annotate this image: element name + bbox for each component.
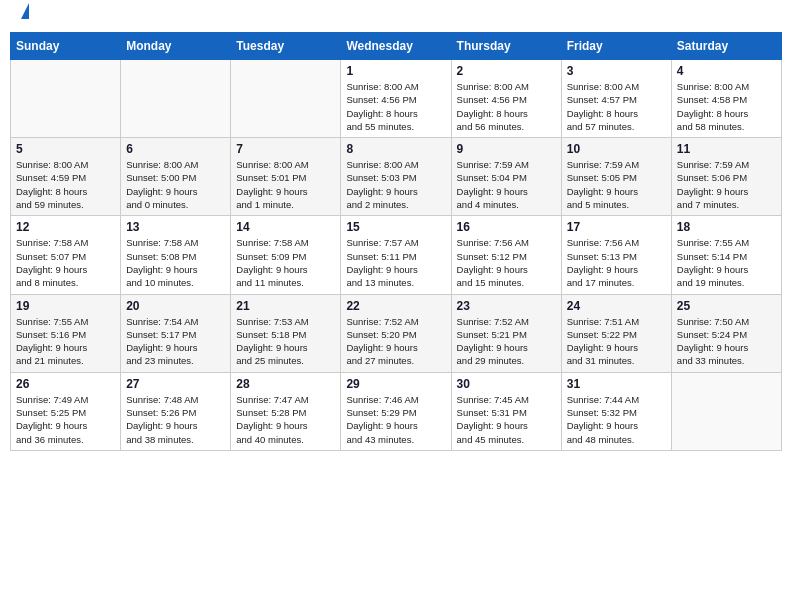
day-number: 2 [457,64,556,78]
day-number: 19 [16,299,115,313]
weekday-header-sunday: Sunday [11,33,121,60]
day-info: Sunrise: 7:47 AMSunset: 5:28 PMDaylight:… [236,393,335,446]
day-number: 16 [457,220,556,234]
weekday-header-saturday: Saturday [671,33,781,60]
calendar-cell: 22Sunrise: 7:52 AMSunset: 5:20 PMDayligh… [341,294,451,372]
week-row-2: 5Sunrise: 8:00 AMSunset: 4:59 PMDaylight… [11,138,782,216]
day-info: Sunrise: 7:58 AMSunset: 5:08 PMDaylight:… [126,236,225,289]
calendar-cell: 5Sunrise: 8:00 AMSunset: 4:59 PMDaylight… [11,138,121,216]
calendar-cell: 9Sunrise: 7:59 AMSunset: 5:04 PMDaylight… [451,138,561,216]
day-info: Sunrise: 7:56 AMSunset: 5:12 PMDaylight:… [457,236,556,289]
weekday-header-row: SundayMondayTuesdayWednesdayThursdayFrid… [11,33,782,60]
calendar-cell [121,60,231,138]
day-number: 31 [567,377,666,391]
day-number: 20 [126,299,225,313]
calendar-cell: 11Sunrise: 7:59 AMSunset: 5:06 PMDayligh… [671,138,781,216]
day-number: 24 [567,299,666,313]
day-info: Sunrise: 7:50 AMSunset: 5:24 PMDaylight:… [677,315,776,368]
day-number: 21 [236,299,335,313]
calendar-cell: 12Sunrise: 7:58 AMSunset: 5:07 PMDayligh… [11,216,121,294]
calendar-cell: 21Sunrise: 7:53 AMSunset: 5:18 PMDayligh… [231,294,341,372]
calendar-cell: 14Sunrise: 7:58 AMSunset: 5:09 PMDayligh… [231,216,341,294]
calendar: SundayMondayTuesdayWednesdayThursdayFrid… [10,32,782,451]
day-info: Sunrise: 8:00 AMSunset: 4:56 PMDaylight:… [457,80,556,133]
day-info: Sunrise: 7:59 AMSunset: 5:06 PMDaylight:… [677,158,776,211]
calendar-cell: 18Sunrise: 7:55 AMSunset: 5:14 PMDayligh… [671,216,781,294]
day-number: 18 [677,220,776,234]
day-info: Sunrise: 7:52 AMSunset: 5:20 PMDaylight:… [346,315,445,368]
weekday-header-monday: Monday [121,33,231,60]
day-number: 9 [457,142,556,156]
day-number: 25 [677,299,776,313]
day-number: 8 [346,142,445,156]
calendar-cell [11,60,121,138]
calendar-cell: 2Sunrise: 8:00 AMSunset: 4:56 PMDaylight… [451,60,561,138]
day-number: 17 [567,220,666,234]
day-number: 15 [346,220,445,234]
weekday-header-friday: Friday [561,33,671,60]
week-row-1: 1Sunrise: 8:00 AMSunset: 4:56 PMDaylight… [11,60,782,138]
calendar-cell: 7Sunrise: 8:00 AMSunset: 5:01 PMDaylight… [231,138,341,216]
logo [20,15,29,19]
calendar-cell: 26Sunrise: 7:49 AMSunset: 5:25 PMDayligh… [11,372,121,450]
calendar-cell: 17Sunrise: 7:56 AMSunset: 5:13 PMDayligh… [561,216,671,294]
day-info: Sunrise: 7:49 AMSunset: 5:25 PMDaylight:… [16,393,115,446]
day-info: Sunrise: 7:57 AMSunset: 5:11 PMDaylight:… [346,236,445,289]
day-info: Sunrise: 7:53 AMSunset: 5:18 PMDaylight:… [236,315,335,368]
calendar-cell: 16Sunrise: 7:56 AMSunset: 5:12 PMDayligh… [451,216,561,294]
day-number: 14 [236,220,335,234]
day-info: Sunrise: 8:00 AMSunset: 4:56 PMDaylight:… [346,80,445,133]
day-info: Sunrise: 7:55 AMSunset: 5:16 PMDaylight:… [16,315,115,368]
weekday-header-thursday: Thursday [451,33,561,60]
week-row-4: 19Sunrise: 7:55 AMSunset: 5:16 PMDayligh… [11,294,782,372]
calendar-cell: 19Sunrise: 7:55 AMSunset: 5:16 PMDayligh… [11,294,121,372]
day-number: 10 [567,142,666,156]
calendar-cell: 8Sunrise: 8:00 AMSunset: 5:03 PMDaylight… [341,138,451,216]
page: SundayMondayTuesdayWednesdayThursdayFrid… [0,0,792,612]
calendar-cell: 29Sunrise: 7:46 AMSunset: 5:29 PMDayligh… [341,372,451,450]
calendar-cell [231,60,341,138]
weekday-header-tuesday: Tuesday [231,33,341,60]
calendar-cell: 15Sunrise: 7:57 AMSunset: 5:11 PMDayligh… [341,216,451,294]
calendar-cell: 23Sunrise: 7:52 AMSunset: 5:21 PMDayligh… [451,294,561,372]
day-number: 1 [346,64,445,78]
day-number: 7 [236,142,335,156]
calendar-cell: 1Sunrise: 8:00 AMSunset: 4:56 PMDaylight… [341,60,451,138]
day-info: Sunrise: 7:58 AMSunset: 5:09 PMDaylight:… [236,236,335,289]
calendar-cell: 3Sunrise: 8:00 AMSunset: 4:57 PMDaylight… [561,60,671,138]
calendar-cell: 31Sunrise: 7:44 AMSunset: 5:32 PMDayligh… [561,372,671,450]
calendar-cell: 6Sunrise: 8:00 AMSunset: 5:00 PMDaylight… [121,138,231,216]
logo-icon [21,3,29,19]
day-number: 27 [126,377,225,391]
day-info: Sunrise: 8:00 AMSunset: 5:00 PMDaylight:… [126,158,225,211]
day-number: 23 [457,299,556,313]
day-info: Sunrise: 7:46 AMSunset: 5:29 PMDaylight:… [346,393,445,446]
day-number: 6 [126,142,225,156]
day-number: 26 [16,377,115,391]
day-info: Sunrise: 7:48 AMSunset: 5:26 PMDaylight:… [126,393,225,446]
calendar-cell [671,372,781,450]
day-number: 4 [677,64,776,78]
week-row-3: 12Sunrise: 7:58 AMSunset: 5:07 PMDayligh… [11,216,782,294]
day-info: Sunrise: 7:54 AMSunset: 5:17 PMDaylight:… [126,315,225,368]
day-info: Sunrise: 8:00 AMSunset: 5:03 PMDaylight:… [346,158,445,211]
calendar-cell: 24Sunrise: 7:51 AMSunset: 5:22 PMDayligh… [561,294,671,372]
day-info: Sunrise: 7:56 AMSunset: 5:13 PMDaylight:… [567,236,666,289]
calendar-cell: 13Sunrise: 7:58 AMSunset: 5:08 PMDayligh… [121,216,231,294]
day-info: Sunrise: 7:59 AMSunset: 5:04 PMDaylight:… [457,158,556,211]
day-info: Sunrise: 8:00 AMSunset: 5:01 PMDaylight:… [236,158,335,211]
day-number: 12 [16,220,115,234]
weekday-header-wednesday: Wednesday [341,33,451,60]
day-number: 13 [126,220,225,234]
day-info: Sunrise: 8:00 AMSunset: 4:57 PMDaylight:… [567,80,666,133]
day-number: 22 [346,299,445,313]
calendar-cell: 4Sunrise: 8:00 AMSunset: 4:58 PMDaylight… [671,60,781,138]
day-number: 11 [677,142,776,156]
day-info: Sunrise: 7:55 AMSunset: 5:14 PMDaylight:… [677,236,776,289]
day-number: 28 [236,377,335,391]
calendar-cell: 20Sunrise: 7:54 AMSunset: 5:17 PMDayligh… [121,294,231,372]
header [10,10,782,24]
day-info: Sunrise: 7:44 AMSunset: 5:32 PMDaylight:… [567,393,666,446]
calendar-cell: 25Sunrise: 7:50 AMSunset: 5:24 PMDayligh… [671,294,781,372]
day-number: 29 [346,377,445,391]
